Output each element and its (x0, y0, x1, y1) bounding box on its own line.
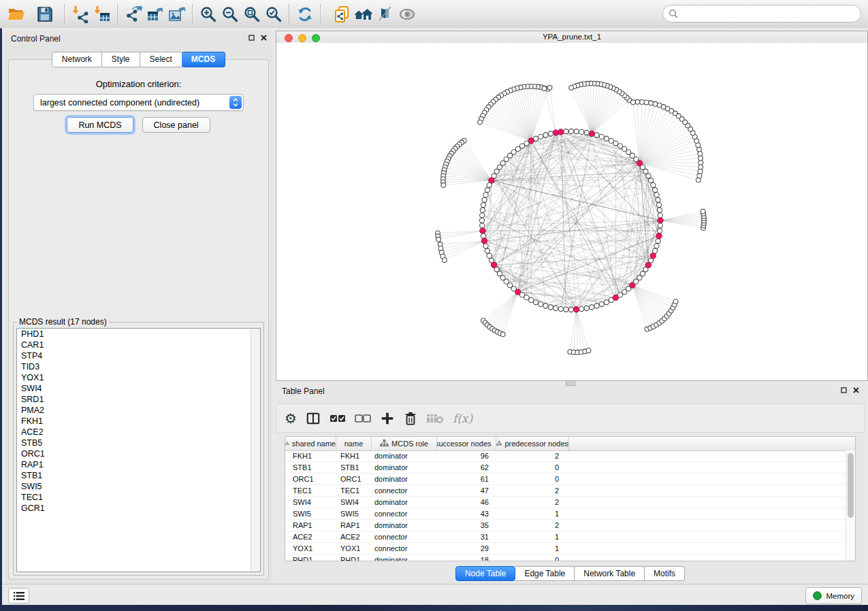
mcds-result-item[interactable]: YOX1 (17, 372, 260, 383)
mcds-result-item[interactable]: GCR1 (17, 503, 260, 514)
control-panel-titlebar: Control Panel (5, 31, 272, 47)
table-row[interactable]: STB1STB1dominator620 (285, 462, 846, 474)
zoom-fit-icon[interactable] (241, 3, 263, 25)
tab-select[interactable]: Select (140, 52, 182, 67)
table-settings-gear-icon[interactable]: ⚙ (285, 408, 297, 429)
column-header-shared-name[interactable]: shared name (285, 437, 336, 450)
table-row[interactable]: FKH1FKH1dominator962 (285, 450, 846, 462)
refresh-icon[interactable] (294, 3, 316, 25)
cell-shared_name: FKH1 (285, 452, 336, 460)
column-header-name[interactable]: name (336, 437, 372, 450)
cell-name: ORC1 (336, 475, 372, 483)
table-row[interactable]: ACE2ACE2connector311 (285, 531, 846, 543)
mcds-result-title: MCDS result (17 nodes) (17, 317, 109, 327)
column-header-successor-nodes[interactable]: successor nodes⌄ (437, 437, 496, 450)
tab-network[interactable]: Network (52, 52, 102, 67)
tab-node-table[interactable]: Node Table (455, 566, 516, 581)
table-row[interactable]: RAP1RAP1dominator352 (285, 520, 846, 531)
cell-shared_name: ORC1 (285, 475, 336, 483)
mcds-result-item[interactable]: SWI5 (17, 481, 260, 492)
function-builder-icon: f(x) (453, 408, 472, 429)
column-header-predecessor-nodes[interactable]: predecessor nodes (496, 437, 569, 450)
cell-successor_nodes: 35 (437, 521, 496, 529)
tab-edge-table[interactable]: Edge Table (515, 566, 575, 581)
cell-predecessor_nodes: 1 (496, 533, 569, 541)
zoom-selected-icon[interactable] (263, 3, 285, 25)
mcds-result-item[interactable]: FKH1 (17, 416, 260, 427)
mcds-result-item[interactable]: TID3 (17, 361, 260, 372)
toolbar-separator (64, 4, 65, 24)
mcds-result-item[interactable]: ORC1 (17, 448, 260, 459)
cell-predecessor_nodes: 0 (496, 463, 569, 472)
search-input[interactable] (681, 8, 855, 19)
zoom-in-icon[interactable] (197, 3, 219, 25)
export-image-icon[interactable] (166, 3, 188, 25)
mcds-result-item[interactable]: SRD1 (17, 394, 260, 405)
memory-button[interactable]: Memory (805, 587, 862, 604)
add-column-icon[interactable] (380, 408, 395, 429)
cell-successor_nodes: 62 (437, 463, 496, 472)
float-panel-icon[interactable] (841, 387, 847, 393)
table-row[interactable]: TEC1TEC1connector472 (285, 485, 846, 497)
mcds-result-item[interactable]: RAP1 (17, 459, 260, 470)
table-scrollbar-thumb[interactable] (848, 453, 854, 518)
delete-table-icon (426, 408, 444, 429)
duplicate-network-icon[interactable] (331, 3, 353, 25)
float-panel-icon[interactable] (248, 35, 255, 41)
mcds-result-item[interactable]: PHD1 (17, 329, 260, 340)
cell-mcds_role: dominator (372, 556, 437, 561)
mcds-result-item[interactable]: ACE2 (17, 427, 260, 437)
network-view-window: YPA_prune.txt_1 (276, 31, 868, 381)
table-row[interactable]: ORC1ORC1dominator610 (285, 474, 846, 485)
table-row[interactable]: SWI5SWI5connector431 (285, 508, 846, 520)
console-button[interactable] (8, 588, 29, 604)
open-folder-icon[interactable] (5, 3, 27, 25)
table-toolbar: ⚙ f(x) (276, 403, 865, 433)
network-canvas[interactable] (276, 43, 867, 380)
cell-mcds_role: dominator (372, 475, 437, 483)
mcds-result-item[interactable]: PMA2 (17, 405, 260, 416)
cell-shared_name: STB1 (285, 463, 336, 472)
houses-icon[interactable] (353, 3, 374, 25)
zoom-out-icon[interactable] (219, 3, 241, 25)
cell-mcds_role: dominator (372, 521, 437, 529)
table-row[interactable]: PHD1PHD1dominator180 (285, 555, 846, 561)
mcds-result-item[interactable]: STB1 (17, 470, 260, 481)
export-table-icon[interactable] (144, 3, 166, 25)
run-mcds-button[interactable]: Run MCDS (67, 117, 133, 133)
tab-network-table[interactable]: Network Table (575, 566, 645, 581)
tab-mcds[interactable]: MCDS (182, 52, 225, 67)
select-all-icon[interactable] (329, 408, 346, 429)
mcds-result-item[interactable]: TEC1 (17, 492, 260, 503)
tab-style[interactable]: Style (102, 52, 140, 67)
save-floppy-icon[interactable] (34, 3, 56, 25)
import-table-icon[interactable] (91, 3, 113, 25)
show-columns-icon[interactable] (306, 408, 321, 429)
mcds-result-item[interactable]: STB5 (17, 437, 260, 448)
eye-icon[interactable] (396, 3, 418, 25)
mcds-result-list: PHD1CAR1STP4TID3YOX1SWI4SRD1PMA2FKH1ACE2… (16, 328, 261, 572)
tab-motifs[interactable]: Motifs (645, 566, 685, 581)
table-scrollbar[interactable] (846, 450, 855, 561)
criterion-dropdown[interactable]: largest connected component (undirected) (33, 94, 244, 111)
column-header-mcds-role[interactable]: MCDS role (372, 437, 437, 450)
close-panel-icon[interactable] (853, 387, 859, 393)
column-label: shared name (292, 440, 336, 448)
mcds-result-item[interactable]: SWI4 (17, 383, 260, 394)
close-panel-icon[interactable] (261, 35, 267, 41)
table-row[interactable]: SWI4SWI4dominator462 (285, 497, 846, 508)
banner-icon[interactable] (374, 3, 396, 25)
table-body: FKH1FKH1dominator962STB1STB1dominator620… (285, 450, 846, 561)
network-window-titlebar[interactable]: YPA_prune.txt_1 (276, 31, 867, 44)
mcds-list-scrollbar[interactable] (251, 329, 260, 572)
deselect-all-icon[interactable] (355, 408, 371, 429)
mcds-result-item[interactable]: STP4 (17, 350, 260, 361)
close-panel-button[interactable]: Close panel (142, 117, 210, 133)
export-network-icon[interactable] (123, 3, 144, 25)
import-network-icon[interactable] (69, 3, 91, 25)
optimization-criterion-label: Optimization criterion: (9, 79, 268, 89)
mcds-result-item[interactable]: CAR1 (17, 340, 260, 350)
delete-column-trash-icon[interactable] (404, 408, 417, 429)
toolbar-separator (320, 4, 321, 24)
table-row[interactable]: YOX1YOX1connector291 (285, 543, 846, 555)
